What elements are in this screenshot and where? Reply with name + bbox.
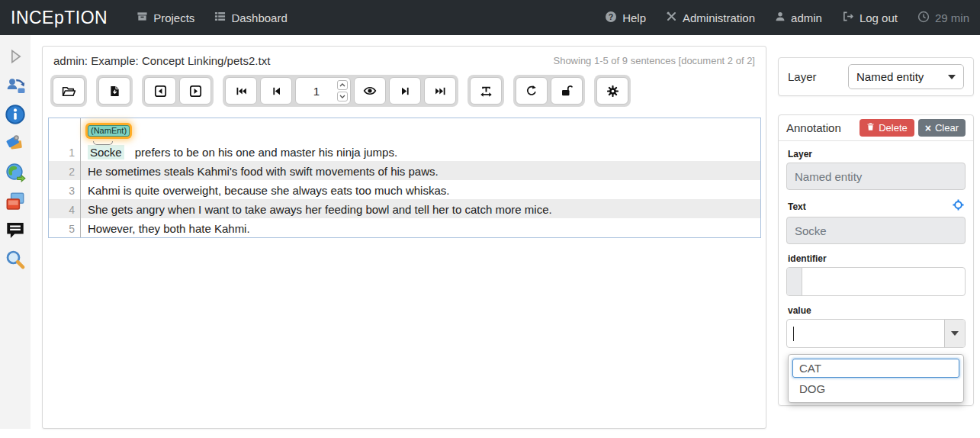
sentence-panel: 1 (NamEnt) Sockeprefers to be on his one… (48, 118, 761, 238)
dropdown-option-dog[interactable]: DOG (792, 379, 959, 398)
user-icon (775, 11, 786, 24)
nav-dashboard[interactable]: Dashboard (214, 11, 287, 24)
sentence-text[interactable]: (NamEnt) Sockeprefers to be on his one a… (81, 121, 403, 161)
nav-help[interactable]: ? Help (605, 11, 646, 25)
nav-dashboard-label: Dashboard (231, 11, 287, 24)
nav-logout[interactable]: Log out (842, 11, 898, 24)
session-timer: 29 min (917, 11, 969, 25)
logout-icon (842, 11, 854, 24)
tools-icon (666, 11, 677, 24)
user-sync-icon[interactable] (5, 75, 26, 96)
caret-down-icon (951, 331, 959, 336)
sentence-text[interactable]: He sometimes steals Kahmi's food with sw… (81, 163, 445, 180)
identifier-field[interactable] (786, 267, 966, 296)
sentence-row: 1 (NamEnt) Sockeprefers to be on his one… (49, 118, 760, 161)
jump-to-annotation-icon[interactable] (953, 199, 964, 214)
text-width-button[interactable] (470, 77, 502, 105)
line-number: 4 (49, 199, 81, 218)
archive-icon (137, 11, 148, 24)
session-timer-value: 29 min (935, 11, 969, 24)
line-number: 3 (49, 180, 81, 199)
settings-button[interactable] (596, 77, 628, 105)
last-page-button[interactable] (424, 77, 456, 105)
text-field-value: Socke (786, 217, 966, 244)
trash-icon (866, 122, 875, 134)
app-brand[interactable]: INCEpTION (11, 8, 108, 28)
identifier-input[interactable] (802, 268, 965, 295)
layer-select-dropdown[interactable]: Named entity (848, 64, 964, 89)
page-number-value[interactable]: 1 (296, 78, 337, 104)
search-icon[interactable] (5, 249, 26, 270)
nav-logout-label: Log out (860, 11, 898, 24)
value-combobox[interactable] (786, 319, 966, 348)
nav-administration[interactable]: Administration (666, 11, 755, 24)
layer-selector-label: Layer (788, 70, 817, 83)
previous-page-button[interactable] (260, 77, 292, 105)
layer-selector-card: Layer Named entity (778, 57, 974, 96)
showing-status: Showing 1-5 of 9 sentences [document 2 o… (553, 55, 755, 66)
annotation-connector (93, 141, 113, 145)
identifier-field-label: identifier (788, 253, 827, 264)
layer-field-label: Layer (788, 149, 966, 159)
delete-annotation-button[interactable]: Delete (860, 119, 914, 137)
clock-icon (917, 11, 930, 25)
document-panel: admin: Example: Concept Linking/pets2.tx… (42, 46, 766, 429)
clear-button-label: Clear (935, 122, 959, 134)
delete-button-label: Delete (879, 122, 908, 134)
nav-projects[interactable]: Projects (137, 11, 194, 24)
value-dropdown-list: CAT DOG (788, 354, 964, 403)
nav-administration-label: Administration (683, 11, 755, 24)
layer-select-value: Named entity (856, 70, 924, 83)
next-page-button[interactable] (389, 77, 421, 105)
sentence-row: 3 Kahmi is quite overweight, because she… (49, 180, 760, 199)
next-document-button[interactable] (179, 77, 211, 105)
identifier-addon (787, 268, 802, 295)
tags-icon[interactable] (5, 133, 26, 154)
info-icon[interactable] (5, 104, 26, 125)
annotation-detail-card: Annotation Delete × Clear Layer Named en… (778, 114, 974, 406)
svg-text:?: ? (609, 11, 613, 21)
clear-annotation-button[interactable]: × Clear (918, 119, 966, 137)
sentence-text[interactable]: She gets angry when I want to take aways… (81, 201, 558, 218)
export-document-button[interactable] (98, 77, 130, 105)
open-document-button[interactable] (53, 77, 85, 105)
globe-link-icon[interactable] (5, 162, 26, 183)
sentence-row: 5 However, they both hate Kahmi. (49, 218, 760, 237)
value-input[interactable] (787, 320, 944, 347)
dropdown-option-cat[interactable]: CAT (792, 359, 959, 378)
nav-help-label: Help (622, 11, 646, 24)
page-number-input[interactable]: 1 (295, 77, 351, 105)
annotation-toolbar: 1 (43, 70, 766, 111)
list-icon (214, 11, 226, 24)
annotation-panel-title: Annotation (786, 121, 841, 134)
value-field-label: value (788, 305, 811, 316)
previous-document-button[interactable] (144, 77, 176, 105)
document-title: admin: Example: Concept Linking/pets2.tx… (53, 54, 270, 67)
focus-view-button[interactable] (354, 77, 386, 105)
regenerate-button[interactable] (516, 77, 548, 105)
sentence-remainder[interactable]: prefers to be on his one and master his … (135, 146, 397, 159)
first-page-button[interactable] (225, 77, 257, 105)
page-decrement-button[interactable] (337, 92, 348, 101)
layer-field-value: Named entity (786, 163, 966, 190)
caret-down-icon (948, 75, 956, 79)
line-number: 1 (49, 118, 81, 161)
unlock-button[interactable] (551, 77, 583, 105)
sentence-row: 4 She gets angry when I want to take awa… (49, 199, 760, 218)
nav-projects-label: Projects (153, 11, 194, 24)
images-icon[interactable] (5, 191, 26, 212)
nav-user[interactable]: admin (775, 11, 822, 24)
close-icon: × (925, 123, 931, 134)
comment-icon[interactable] (5, 220, 26, 241)
sentence-text[interactable]: Kahmi is quite overweight, because she a… (81, 182, 455, 199)
nav-user-label: admin (791, 11, 822, 24)
right-sidebar: Layer Named entity Annotation Delete × C… (778, 46, 974, 406)
annotated-span[interactable]: Socke (88, 145, 124, 159)
value-dropdown-button[interactable] (944, 320, 965, 347)
annotation-label-chip[interactable]: (NamEnt) (88, 125, 130, 137)
text-cursor (793, 327, 794, 341)
sidebar-expand-icon[interactable] (5, 46, 26, 67)
line-number: 5 (49, 218, 81, 237)
sentence-text[interactable]: However, they both hate Kahmi. (81, 221, 256, 237)
page-increment-button[interactable] (337, 80, 348, 90)
